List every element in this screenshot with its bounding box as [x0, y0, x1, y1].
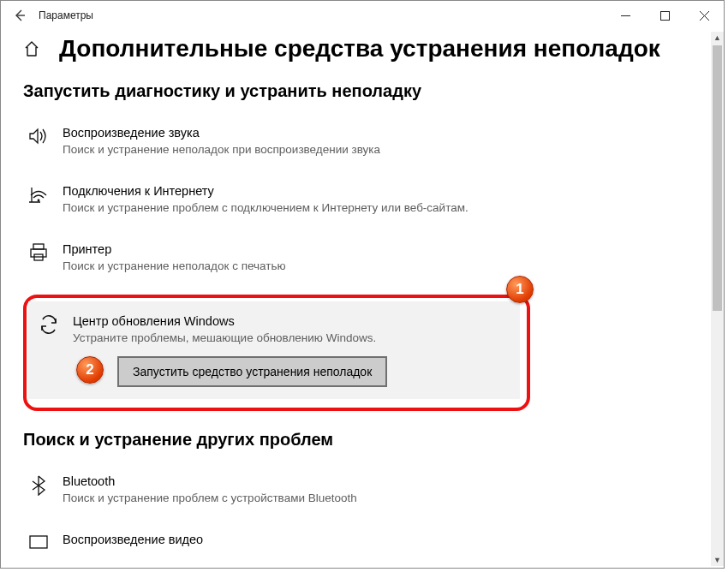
- audio-title: Воспроизведение звука: [63, 125, 698, 141]
- heading-row: Дополнительные средства устранения непол…: [23, 35, 701, 63]
- run-troubleshooter-button[interactable]: Запустить средство устранения неполадок: [117, 356, 387, 387]
- troubleshooter-video[interactable]: Воспроизведение видео: [23, 527, 701, 556]
- troubleshooter-windows-update[interactable]: Центр обновления Windows Устраните пробл…: [28, 301, 520, 399]
- update-title: Центр обновления Windows: [73, 313, 511, 330]
- section-diagnose-title: Запустить диагностику и устранить непола…: [23, 81, 701, 101]
- scrollbar-thumb[interactable]: [713, 45, 722, 311]
- titlebar: Параметры: [1, 1, 724, 30]
- bluetooth-icon: [30, 475, 47, 496]
- printer-icon: [28, 243, 49, 262]
- highlighted-region: 1 Центр обновления Windows Устраните про…: [23, 295, 530, 411]
- wifi-icon: [28, 185, 49, 204]
- troubleshooter-printer[interactable]: Принтер Поиск и устранение неполадок с п…: [23, 236, 701, 279]
- page-title: Дополнительные средства устранения непол…: [59, 35, 660, 63]
- maximize-button[interactable]: [645, 1, 684, 30]
- refresh-icon: [39, 315, 59, 334]
- printer-title: Принтер: [63, 241, 698, 258]
- troubleshooter-audio[interactable]: Воспроизведение звука Поиск и устранение…: [23, 120, 701, 163]
- back-arrow-icon: [14, 9, 26, 21]
- internet-title: Подключения к Интернету: [63, 183, 698, 200]
- troubleshooter-bluetooth[interactable]: Bluetooth Поиск и устранение проблем с у…: [23, 468, 701, 511]
- update-desc: Устраните проблемы, мешающие обновлению …: [73, 331, 511, 346]
- close-button[interactable]: [684, 1, 724, 30]
- home-icon: [23, 40, 40, 57]
- section-other-title: Поиск и устранение других проблем: [23, 430, 701, 450]
- svg-rect-0: [660, 11, 669, 20]
- speaker-icon: [28, 127, 49, 146]
- printer-desc: Поиск и устранение неполадок с печатью: [63, 259, 698, 274]
- close-icon: [700, 11, 709, 21]
- scroll-up-arrow[interactable]: ▲: [711, 32, 724, 44]
- video-icon: [28, 533, 49, 551]
- minimize-icon: [621, 11, 630, 21]
- window-controls: [606, 1, 724, 30]
- svg-rect-5: [30, 536, 47, 548]
- maximize-icon: [660, 11, 670, 21]
- audio-desc: Поиск и устранение неполадок при воспрои…: [63, 142, 698, 158]
- page-content: Дополнительные средства устранения непол…: [1, 30, 724, 556]
- window-title: Параметры: [39, 9, 93, 21]
- svg-point-1: [38, 200, 40, 202]
- bluetooth-title: Bluetooth: [63, 474, 698, 490]
- home-button[interactable]: [23, 40, 40, 57]
- bluetooth-desc: Поиск и устранение проблем с устройствам…: [63, 491, 698, 506]
- scroll-down-arrow[interactable]: ▼: [711, 554, 724, 566]
- minimize-button[interactable]: [606, 1, 645, 30]
- vertical-scrollbar[interactable]: ▲ ▼: [711, 32, 724, 566]
- svg-rect-3: [31, 249, 46, 257]
- back-button[interactable]: [13, 9, 27, 22]
- callout-2: 2: [76, 356, 104, 384]
- video-title: Воспроизведение видео: [63, 532, 698, 548]
- svg-rect-2: [33, 244, 44, 249]
- troubleshooter-internet[interactable]: Подключения к Интернету Поиск и устранен…: [23, 178, 701, 221]
- settings-window: Параметры ▲ ▼ Допол: [0, 0, 725, 569]
- internet-desc: Поиск и устранение проблем с подключение…: [63, 200, 698, 216]
- callout-1: 1: [506, 276, 534, 303]
